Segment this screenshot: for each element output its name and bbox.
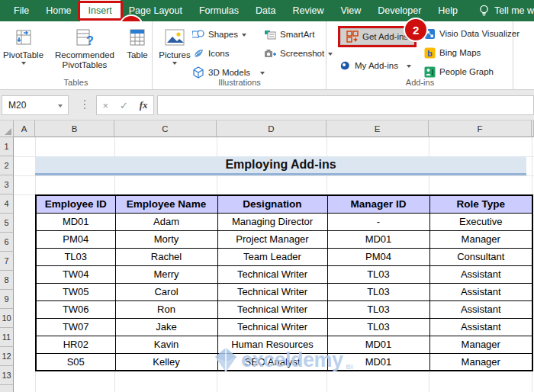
row-header-13[interactable]: 13 xyxy=(0,366,14,385)
smartart-button[interactable]: SmartArt xyxy=(262,26,317,43)
cell[interactable]: Technical Writer xyxy=(217,300,327,318)
cell[interactable]: Team Leader xyxy=(217,248,327,265)
cell[interactable]: Project Manager xyxy=(217,230,327,248)
cell[interactable]: Rachel xyxy=(115,248,217,265)
cell[interactable]: MD01 xyxy=(327,353,429,371)
row-header-11[interactable]: 11 xyxy=(0,328,14,347)
cell[interactable]: TW06 xyxy=(36,300,115,318)
cell[interactable]: TL03 xyxy=(327,265,429,283)
insert-function-button[interactable]: fx xyxy=(140,99,148,111)
select-all-corner[interactable] xyxy=(0,120,14,137)
cell[interactable]: Jake xyxy=(115,318,217,336)
select-all-triangle-icon xyxy=(5,128,11,135)
row-header-1[interactable]: 1 xyxy=(0,137,14,156)
column-header-b[interactable]: B xyxy=(35,120,114,137)
cell[interactable]: Assistant xyxy=(429,318,532,336)
pivottable-button[interactable]: PivotTable xyxy=(0,23,47,70)
tab-data[interactable]: Data xyxy=(247,0,284,21)
cell[interactable]: Adam xyxy=(115,213,217,230)
header-designation[interactable]: Designation xyxy=(217,195,327,213)
cell[interactable]: - xyxy=(327,213,429,230)
column-header-e[interactable]: E xyxy=(327,120,429,137)
cell[interactable]: MD01 xyxy=(327,336,429,353)
cell[interactable]: TW05 xyxy=(36,283,115,300)
cell[interactable]: TL03 xyxy=(327,283,429,300)
recommended-pivottables-button[interactable]: ? Recommended PivotTables xyxy=(53,23,117,70)
row-header-8[interactable]: 8 xyxy=(0,271,14,290)
shapes-button[interactable]: Shapes xyxy=(190,26,249,43)
cell[interactable]: SEO Analyst xyxy=(217,353,327,371)
cell[interactable]: TL03 xyxy=(327,318,429,336)
name-box[interactable]: M20 xyxy=(2,95,69,115)
cell[interactable]: Manager xyxy=(429,353,532,371)
pictures-button[interactable]: Pictures xyxy=(158,23,191,65)
tab-help[interactable]: Help xyxy=(429,0,466,21)
row-header-12[interactable]: 12 xyxy=(0,347,14,366)
header-employee-id[interactable]: Employee ID xyxy=(36,195,115,213)
cell[interactable]: Morty xyxy=(115,230,217,248)
cancel-button[interactable]: × xyxy=(102,100,108,111)
cell[interactable]: Consultant xyxy=(429,248,532,265)
cell[interactable]: Human Resources xyxy=(217,336,327,353)
cell[interactable]: TL03 xyxy=(327,300,429,318)
cell[interactable]: Technical Writer xyxy=(217,318,327,336)
row-header-10[interactable]: 10 xyxy=(0,309,14,328)
tab-view[interactable]: View xyxy=(332,0,369,21)
cell[interactable]: TW07 xyxy=(36,318,115,336)
cell[interactable]: Assistant xyxy=(429,300,532,318)
column-header-f[interactable]: F xyxy=(429,120,532,137)
column-header-a[interactable]: A xyxy=(14,120,35,137)
row-header-7[interactable]: 7 xyxy=(0,252,14,271)
tab-home[interactable]: Home xyxy=(37,0,79,21)
cell[interactable]: Kelley xyxy=(115,353,217,371)
column-header-c[interactable]: C xyxy=(114,120,217,137)
cell[interactable]: HR02 xyxy=(36,336,115,353)
cell[interactable]: Manager xyxy=(429,230,532,248)
row-header-6[interactable]: 6 xyxy=(0,233,14,252)
formula-input[interactable] xyxy=(157,95,534,115)
get-addins-button[interactable]: Get Add-ins 2 xyxy=(340,28,414,45)
column-header-d[interactable]: D xyxy=(217,120,327,137)
cell[interactable]: Kavin xyxy=(115,336,217,353)
header-role-type[interactable]: Role Type xyxy=(429,195,532,213)
cell[interactable]: Managing Director xyxy=(217,213,327,230)
formula-bar-separator-dots[interactable] xyxy=(84,100,85,109)
header-manager-id[interactable]: Manager ID xyxy=(327,195,429,213)
row-header-3[interactable]: 3 xyxy=(0,175,14,194)
cell[interactable]: PM04 xyxy=(36,230,115,248)
cell[interactable]: MD01 xyxy=(36,213,115,230)
header-employee-name[interactable]: Employee Name xyxy=(115,195,217,213)
cell[interactable]: Manager xyxy=(429,336,532,353)
cell[interactable]: PM04 xyxy=(327,248,429,265)
row-header-5[interactable]: 5 xyxy=(0,214,14,233)
enter-button[interactable]: ✓ xyxy=(120,100,128,111)
tell-me-box[interactable]: Tell me w xyxy=(479,0,534,21)
row-header-9[interactable]: 9 xyxy=(0,290,14,309)
cell[interactable]: Carol xyxy=(115,283,217,300)
cell[interactable]: Assistant xyxy=(429,265,532,283)
tab-review[interactable]: Review xyxy=(284,0,332,21)
cell[interactable]: TL03 xyxy=(36,248,115,265)
cell[interactable]: Assistant xyxy=(429,283,532,300)
row-header-4[interactable]: 4 xyxy=(0,194,14,214)
cell[interactable]: S05 xyxy=(36,353,115,371)
cell[interactable]: MD01 xyxy=(327,230,429,248)
cell[interactable]: Merry xyxy=(115,265,217,283)
tab-formulas[interactable]: Formulas xyxy=(191,0,247,21)
cell[interactable]: TW04 xyxy=(36,265,115,283)
cell[interactable]: Executive xyxy=(429,213,532,230)
cell[interactable]: Technical Writer xyxy=(217,283,327,300)
visio-data-visualizer-button[interactable]: Visio Data Visualizer xyxy=(422,25,522,42)
row-header-14-partial[interactable] xyxy=(0,385,14,392)
bing-maps-button[interactable]: b Bing Maps xyxy=(422,44,483,61)
cell[interactable]: Ron xyxy=(115,300,217,318)
icons-button[interactable]: Icons xyxy=(190,45,232,62)
table-button[interactable]: Table xyxy=(123,23,152,70)
tab-insert[interactable]: Insert 1 xyxy=(80,0,121,21)
tab-file[interactable]: File xyxy=(5,0,37,21)
screenshot-button[interactable]: Screenshot xyxy=(262,45,335,62)
my-addins-button[interactable]: My Add-ins xyxy=(336,57,413,74)
cell[interactable]: Technical Writer xyxy=(217,265,327,283)
sheet-title-cell[interactable]: Employing Add-ins xyxy=(35,156,526,175)
row-header-2[interactable]: 2 xyxy=(0,156,14,175)
